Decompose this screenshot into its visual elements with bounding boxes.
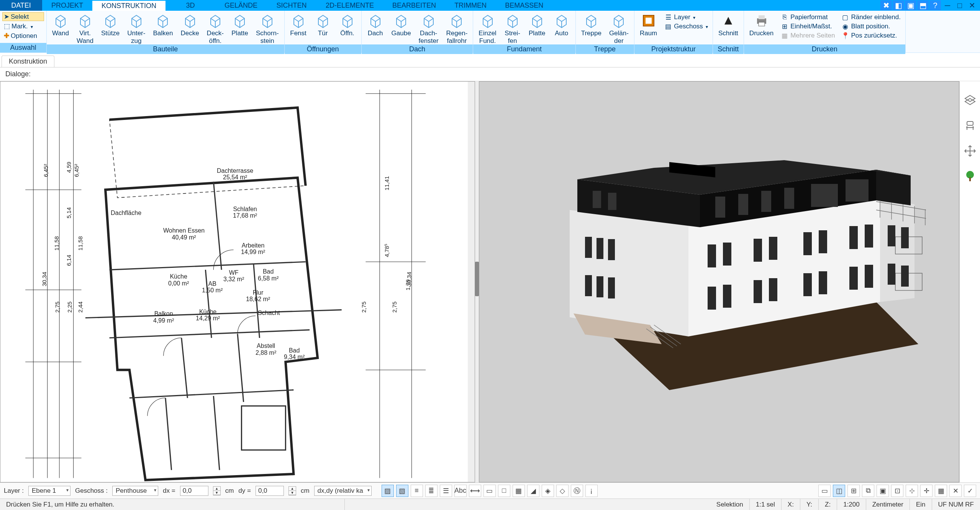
lines-icon[interactable]: ≡ <box>411 485 423 497</box>
diamond-icon[interactable]: ◇ <box>556 485 569 497</box>
coord-mode-combo[interactable]: dx,dy (relativ ka <box>314 486 372 496</box>
fundament-icon <box>504 12 521 29</box>
fundament-button-0[interactable]: EinzelFund. <box>475 12 500 44</box>
fundament-button-1[interactable]: Strei-fen <box>500 12 525 44</box>
bauteile-button-0[interactable]: Wand <box>48 12 73 44</box>
view-3a-icon[interactable]: ⧉ <box>862 485 874 497</box>
bauteile-button-1[interactable]: Virt.Wand <box>73 12 97 44</box>
splitter[interactable] <box>475 81 479 482</box>
drucken-button[interactable]: Drucken <box>746 12 777 44</box>
raum-button[interactable]: Raum <box>636 12 661 44</box>
snap-on2-icon[interactable]: ✓ <box>964 485 976 497</box>
tree-icon[interactable] <box>962 169 978 184</box>
oeffnung-button-2[interactable]: Öffn. <box>335 12 360 44</box>
pos-reset-button[interactable]: 📍Pos zurücksetz. <box>841 31 900 40</box>
dach-button-3[interactable]: Regen-fallrohr <box>442 12 472 44</box>
dach-icon <box>420 12 437 29</box>
snap-end-icon[interactable]: ⊹ <box>906 485 918 497</box>
oeffnung-button-1[interactable]: Tür <box>311 12 335 44</box>
hatch-icon[interactable]: ▦ <box>513 485 525 497</box>
view-3b-icon[interactable]: ▣ <box>877 485 889 497</box>
snap2-icon[interactable]: ▧ <box>396 485 408 497</box>
layer-combo[interactable]: Ebene 1 <box>28 486 70 496</box>
raender-button[interactable]: ▢Ränder einblend. <box>841 13 900 21</box>
layers-icon[interactable] <box>962 93 978 108</box>
bauteile-button-8[interactable]: Schorn-stein <box>252 12 283 44</box>
menu-bearbeiten[interactable]: BEARBEITEN <box>383 0 445 11</box>
svg-line-58 <box>429 18 433 21</box>
view-window-icon[interactable]: ⊡ <box>891 485 903 497</box>
mark-button[interactable]: ⬚ Mark. <box>2 22 44 31</box>
oeffnung-button-0[interactable]: Fenst <box>286 12 311 44</box>
window-icon[interactable]: ▣ <box>905 0 916 10</box>
tab-konstruktion[interactable]: Konstruktion <box>2 56 54 67</box>
menu-trimmen[interactable]: TRIMMEN <box>445 0 496 11</box>
menu-projekt[interactable]: PROJEKT <box>42 0 92 11</box>
options-button[interactable]: ✚ Optionen <box>2 31 44 40</box>
geschoss-combo[interactable]: Penthouse <box>112 486 158 496</box>
snap-mid-icon[interactable]: ✛ <box>920 485 932 497</box>
blatt-position-button[interactable]: ◉Blatt position. <box>841 22 900 31</box>
rbtn-label2 <box>110 38 111 44</box>
grid-icon[interactable]: ▦ <box>935 485 947 497</box>
minimize-icon[interactable]: ─ <box>942 0 953 10</box>
einheit-button[interactable]: ⊞Einheit/Maßst. <box>780 22 835 31</box>
dx-input[interactable]: 0,0 <box>180 486 208 496</box>
select-button[interactable]: ➤ Selekt <box>2 12 44 21</box>
snap-on-icon[interactable]: ▨ <box>382 485 394 497</box>
dach-button-2[interactable]: Dach-fenster <box>415 12 442 44</box>
info-icon[interactable]: ¡ <box>585 485 598 497</box>
snap-off-icon[interactable]: ✕ <box>949 485 962 497</box>
align2-icon[interactable]: ☰ <box>440 485 452 497</box>
view-quad-icon[interactable]: ⊞ <box>847 485 860 497</box>
dy-spinner[interactable]: ▲▼ <box>288 486 296 495</box>
fundament-button-3[interactable]: Auto <box>549 12 574 44</box>
vertical-scrollbar[interactable] <box>468 82 475 482</box>
model-viewport[interactable] <box>479 81 959 482</box>
menu-gelaende[interactable]: GELÄNDE <box>215 0 267 11</box>
menu-sichten[interactable]: SICHTEN <box>267 0 316 11</box>
dach-button-0[interactable]: Dach <box>363 12 388 44</box>
bauteile-button-3[interactable]: Unter-zug <box>123 12 149 44</box>
geschoss-dropdown[interactable]: ▤Geschoss <box>664 22 708 31</box>
bauteile-button-7[interactable]: Platte <box>228 12 252 44</box>
dim-icon[interactable]: ⟷ <box>469 485 481 497</box>
chair-icon[interactable] <box>962 118 978 133</box>
view-single-icon[interactable]: ▭ <box>818 485 831 497</box>
layers2-icon[interactable]: ◈ <box>542 485 554 497</box>
window-icon[interactable]: ◧ <box>893 0 904 10</box>
dx-spinner[interactable]: ▲▼ <box>213 486 221 495</box>
tool-icon[interactable]: ✖ <box>880 0 892 10</box>
fundament-button-2[interactable]: Platte <box>525 12 549 44</box>
layer-dropdown[interactable]: ☰Layer <box>664 13 708 21</box>
menu-konstruktion[interactable]: KONSTRUKTION <box>92 0 166 11</box>
menu-datei[interactable]: DATEI <box>0 0 42 11</box>
bauteile-button-6[interactable]: Deck-öffn. <box>203 12 228 44</box>
menu-bemassen[interactable]: BEMASSEN <box>496 0 552 11</box>
schnitt-button[interactable]: Schnitt <box>715 12 742 44</box>
help-icon[interactable]: ? <box>929 0 941 10</box>
bauteile-button-2[interactable]: Stütze <box>97 12 123 44</box>
menu-3d[interactable]: 3D <box>166 0 215 11</box>
rect2-icon[interactable]: □ <box>498 485 510 497</box>
menu-2delemente[interactable]: 2D-ELEMENTE <box>316 0 383 11</box>
view-split-icon[interactable]: ◫ <box>833 485 845 497</box>
papierformat-button[interactable]: ⎘Papierformat <box>780 13 835 21</box>
treppe-button-0[interactable]: Treppe <box>577 12 605 44</box>
close-icon[interactable]: ✕ <box>966 0 978 10</box>
plan-viewport[interactable]: Dachterrasse25,54 m²DachflächeSchlafen17… <box>0 81 475 482</box>
mehrere-seiten-button[interactable]: ▦Mehrere Seiten <box>780 31 835 40</box>
align-icon[interactable]: ≣ <box>425 485 438 497</box>
north-icon[interactable]: Ⓝ <box>571 485 583 497</box>
treppe-button-1[interactable]: Gelän-der <box>605 12 633 44</box>
bauteile-button-5[interactable]: Decke <box>177 12 203 44</box>
mountain-icon[interactable]: ◢ <box>527 485 539 497</box>
rect-icon[interactable]: ▭ <box>483 485 496 497</box>
window-icon[interactable]: ⬒ <box>917 0 929 10</box>
bauteile-button-4[interactable]: Balken <box>149 12 177 44</box>
move-icon[interactable] <box>962 143 978 159</box>
text-icon[interactable]: Abc <box>454 485 467 497</box>
dach-button-1[interactable]: Gaube <box>388 12 415 44</box>
dy-input[interactable]: 0,0 <box>256 486 284 496</box>
maximize-icon[interactable]: □ <box>954 0 965 10</box>
